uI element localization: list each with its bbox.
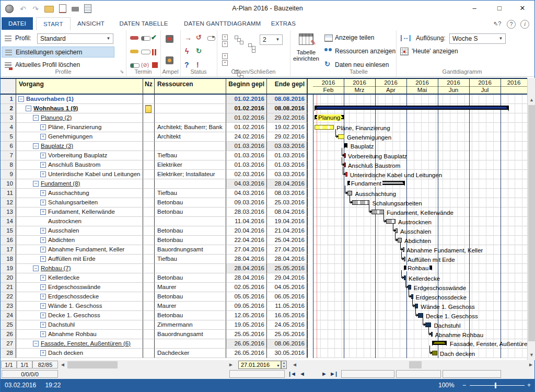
gantt-task-bar[interactable] xyxy=(386,219,396,224)
termin-green-toggle-icon[interactable] xyxy=(130,63,139,68)
status-refresh-icon[interactable]: ↻ xyxy=(196,47,202,55)
table-row[interactable]: 15+AusschalenBetonbau20.04.201621.04.201… xyxy=(1,226,308,236)
expand-icon[interactable]: + xyxy=(40,275,46,281)
expand-icon[interactable]: + xyxy=(40,350,46,356)
termin-check-icon[interactable]: ✔ xyxy=(151,33,157,41)
status-bar-arrow-icon[interactable]: ► xyxy=(207,36,215,41)
expand-icon[interactable]: + xyxy=(40,190,46,196)
tab-daten-tabelle[interactable]: DATEN TABELLE xyxy=(112,17,175,30)
table-row[interactable]: 14Austrocknen11.04.201619.04.2016 xyxy=(1,217,308,226)
tab-start[interactable]: START xyxy=(36,17,71,31)
tab-ansicht[interactable]: ANSICHT xyxy=(71,17,111,30)
scrollbar-thumb[interactable] xyxy=(528,105,535,341)
tab-datei[interactable]: DATEI xyxy=(2,17,33,30)
save-settings-button[interactable]: Einstellungen speichern xyxy=(2,47,114,57)
expand-icon[interactable]: + xyxy=(40,256,46,262)
expand-icon[interactable]: + xyxy=(40,303,46,309)
termin-red-bar-icon[interactable] xyxy=(130,36,138,40)
dialog-launcher-icon[interactable]: ⇘ xyxy=(120,69,124,74)
table-row[interactable]: 23+Wände 1. GeschossMaurer09.05.201611.0… xyxy=(1,302,308,311)
gantt-body[interactable]: PlanungPläne, FinanzierungGenehmigungenB… xyxy=(313,95,527,358)
table-row[interactable]: 16+AbdichtenBetonbau22.04.201625.04.2016 xyxy=(1,236,308,245)
status-arrow-icon[interactable]: → xyxy=(184,33,192,42)
expand-all-icon[interactable]: ++ xyxy=(222,34,228,47)
expand-icon[interactable]: + xyxy=(40,294,46,299)
close-button[interactable]: ✕ xyxy=(513,1,532,16)
gantt-task-bar[interactable] xyxy=(352,200,369,205)
table-row[interactable]: 25+DachstuhlZimmermann19.05.201624.05.20… xyxy=(1,320,308,330)
table-row[interactable]: 26+Abnahme RohbauBauordnungsamt25.05.201… xyxy=(1,330,308,339)
collapse-icon[interactable]: – xyxy=(18,96,24,102)
scroll-right-icon[interactable]: ► xyxy=(227,361,235,369)
expand-icon[interactable]: + xyxy=(40,162,46,168)
tab-daten-ganttdiagramm[interactable]: DATEN GANTTDIAGRAMM xyxy=(177,17,268,30)
profile-combo[interactable]: Standard ▼ xyxy=(37,33,113,44)
expand-icon[interactable]: + xyxy=(40,134,46,140)
termin-square-icon[interactable] xyxy=(152,62,158,68)
zoom-slider-thumb[interactable] xyxy=(495,383,496,388)
expand-icon[interactable]: + xyxy=(40,124,46,130)
expand-icon[interactable]: + xyxy=(40,200,46,205)
table-row[interactable]: 19–Rohbau (7)28.04.201625.05.2016 xyxy=(1,264,308,273)
collapse-icon[interactable]: – xyxy=(33,266,39,271)
column-header-ende[interactable]: Ende gepl xyxy=(267,79,308,94)
info-icon[interactable]: i xyxy=(520,20,529,29)
status-question-icon[interactable]: ? xyxy=(184,61,189,69)
maximize-button[interactable]: □ xyxy=(490,1,509,16)
gantt-start-date-field[interactable]: 27.01.2016 ▼ xyxy=(238,361,281,369)
expand-icon[interactable]: + xyxy=(40,331,46,337)
zoom-in-icon[interactable]: + xyxy=(527,379,531,392)
scroll-right-icon[interactable]: ► xyxy=(527,361,534,369)
collapse-icon[interactable]: – xyxy=(33,143,39,149)
ressourcen-anzeigen-button[interactable]: Ressourcen anzeigen xyxy=(324,48,332,54)
date-spinner[interactable]: ▲▼ xyxy=(281,361,287,369)
table-row[interactable]: 18+Auffüllen mit ErdeTiefbau28.04.201628… xyxy=(1,255,308,264)
collapse-icon[interactable]: – xyxy=(33,341,39,347)
scrollbar-thumb[interactable] xyxy=(409,361,422,368)
table-row[interactable]: 2–Wohnhaus 1 (9)01.02.201608.08.2016 xyxy=(1,104,308,113)
table-row[interactable]: 22+ErdgeschossdeckeBetonbau05.05.201606.… xyxy=(1,292,308,302)
expand-icon[interactable]: + xyxy=(40,153,46,158)
scroll-left-icon[interactable]: ◄ xyxy=(59,361,66,369)
expand-tree-icon[interactable] xyxy=(235,36,242,43)
status-return-icon[interactable]: ↺ xyxy=(196,33,202,41)
nav-last-icon[interactable]: ►| xyxy=(330,371,337,377)
table-row[interactable]: 3–Planung (2)01.02.201629.02.2016 xyxy=(1,113,308,123)
table-row[interactable]: 24+Decke 1. GeschossBetonbau12.05.201616… xyxy=(1,311,308,320)
table-row[interactable]: 8+Anschluß BaustromElektriker01.03.20160… xyxy=(1,160,308,170)
table-row[interactable]: 28+Dach deckenDachdecker26.05.201630.05.… xyxy=(1,349,308,358)
table-row[interactable]: 20+KellerdeckeBetonbau28.04.201629.04.20… xyxy=(1,273,308,283)
status-exclamation-icon[interactable]: ! xyxy=(196,61,199,69)
table-row[interactable]: 6–Bauplatz (3)01.03.201603.03.2016 xyxy=(1,142,308,151)
chevron-down-icon[interactable]: ▼ xyxy=(276,362,280,370)
expand-icon[interactable]: + xyxy=(40,313,46,318)
help-cursor-icon[interactable]: ⇖? xyxy=(493,20,501,28)
show-today-button[interactable]: 'Heute' anzeigen xyxy=(400,48,409,55)
column-header-nz[interactable]: Nz xyxy=(143,79,155,94)
table-row[interactable]: 13+Fundament, KellerwändeBetonbau28.03.2… xyxy=(1,207,308,217)
table-row[interactable]: 17+Abnahme Fundament, KellerBauordnungsa… xyxy=(1,245,308,255)
nav-prev-icon[interactable]: ◄ xyxy=(299,371,305,377)
table-row[interactable]: 7+Vorbereitung BauplatzTiefbau01.03.2016… xyxy=(1,151,308,160)
collapse-icon[interactable]: – xyxy=(33,115,39,121)
tab-extras[interactable]: EXTRAS xyxy=(264,17,303,30)
zoom-slider[interactable] xyxy=(470,385,525,386)
expand-icon[interactable]: + xyxy=(40,284,46,290)
ampel-red-icon[interactable] xyxy=(166,35,173,43)
table-row[interactable]: 5+GenehmigungenArchitekt24.02.201629.02.… xyxy=(1,132,308,142)
expand-icon[interactable]: + xyxy=(40,237,46,243)
gantt-task-bar[interactable] xyxy=(315,125,334,130)
chevron-down-icon[interactable]: ▼ xyxy=(274,36,281,43)
help-icon[interactable]: ? xyxy=(507,20,516,29)
note-icon[interactable] xyxy=(145,105,152,113)
table-row[interactable]: 11+AusschachtungTiefbau04.03.201608.03.2… xyxy=(1,189,308,198)
gantt-project-bar[interactable] xyxy=(315,106,509,110)
table-row[interactable]: 4+Pläne, FinanzierungArchitekt; Bauherr;… xyxy=(1,123,308,132)
column-header-ressourcen[interactable]: Ressourcen xyxy=(155,79,226,94)
resolution-combo[interactable]: Woche S ▼ xyxy=(449,33,506,44)
scrollbar-thumb[interactable] xyxy=(67,361,118,368)
table-row[interactable]: 12+SchalungsarbeitenBetonbau09.03.201625… xyxy=(1,198,308,207)
expand-branch-icon[interactable] xyxy=(247,43,255,51)
scroll-down-icon[interactable]: ▼ xyxy=(528,351,535,359)
termin-yellow-bar-icon[interactable] xyxy=(130,50,138,53)
